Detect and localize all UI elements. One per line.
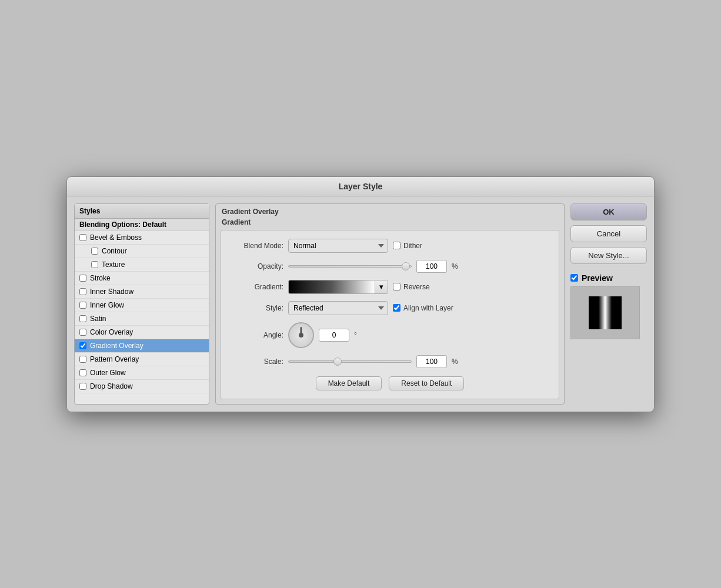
pattern-overlay-checkbox[interactable]: [79, 356, 86, 363]
make-default-button[interactable]: Make Default: [316, 376, 382, 390]
style-controls: Linear Radial Angle Reflected Diamond Al…: [288, 301, 549, 315]
sidebar-item-label: Texture: [102, 260, 125, 269]
dither-label: Dither: [393, 242, 422, 250]
gradient-overlay-panel: Gradient Overlay Gradient Blend Mode: No…: [215, 203, 565, 405]
gradient-controls: ▾ Reverse: [288, 280, 549, 294]
scale-percent: %: [452, 358, 458, 366]
sidebar-item-satin[interactable]: Satin: [75, 312, 209, 326]
main-content: Gradient Overlay Gradient Blend Mode: No…: [215, 203, 565, 405]
dither-text: Dither: [403, 242, 422, 250]
sidebar-item-label: Inner Shadow: [90, 288, 133, 296]
contour-checkbox[interactable]: [91, 248, 98, 255]
style-row: Style: Linear Radial Angle Reflected Dia…: [231, 301, 549, 315]
reverse-checkbox[interactable]: [393, 283, 400, 290]
blend-mode-row: Blend Mode: Normal Dissolve Multiply Scr…: [231, 239, 549, 253]
gradient-overlay-checkbox[interactable]: [79, 342, 86, 349]
align-checkbox[interactable]: [393, 304, 400, 312]
style-select[interactable]: Linear Radial Angle Reflected Diamond: [288, 301, 388, 315]
sidebar-item-inner-shadow[interactable]: Inner Shadow: [75, 285, 209, 299]
gradient-preview: [289, 280, 375, 293]
sidebar-item-bevel-emboss[interactable]: Bevel & Emboss: [75, 231, 209, 245]
sidebar-item-outer-glow[interactable]: Outer Glow: [75, 366, 209, 380]
stroke-checkbox[interactable]: [79, 275, 86, 282]
reverse-text: Reverse: [403, 283, 430, 291]
title-bar: Layer Style: [67, 177, 654, 196]
preview-checkbox[interactable]: [570, 274, 578, 282]
ok-button[interactable]: OK: [570, 203, 647, 220]
sidebar-item-gradient-overlay[interactable]: Gradient Overlay: [75, 339, 209, 353]
preview-text: Preview: [582, 273, 613, 283]
opacity-controls: %: [288, 260, 549, 273]
sidebar: Styles Blending Options: Default Bevel &…: [74, 203, 209, 405]
dither-checkbox[interactable]: [393, 242, 400, 249]
sidebar-item-contour[interactable]: Contour: [75, 245, 209, 258]
angle-dot: [299, 333, 303, 338]
sidebar-item-inner-glow[interactable]: Inner Glow: [75, 299, 209, 312]
blend-mode-controls: Normal Dissolve Multiply Screen Overlay …: [288, 239, 549, 253]
angle-input[interactable]: [319, 329, 349, 342]
gradient-label: Gradient:: [231, 283, 283, 291]
drop-shadow-checkbox[interactable]: [79, 383, 86, 390]
texture-checkbox[interactable]: [91, 261, 98, 268]
opacity-track: [288, 265, 412, 268]
blending-options-section[interactable]: Blending Options: Default: [75, 219, 209, 231]
scale-input[interactable]: [416, 355, 447, 368]
new-style-button[interactable]: New Style...: [570, 247, 647, 264]
sidebar-item-label: Color Overlay: [90, 328, 133, 336]
preview-label: Preview: [570, 273, 647, 283]
style-label: Style:: [231, 304, 283, 312]
inner-glow-checkbox[interactable]: [79, 302, 86, 309]
sidebar-item-stroke[interactable]: Stroke: [75, 272, 209, 285]
angle-wheel[interactable]: [288, 322, 314, 348]
cancel-button[interactable]: Cancel: [570, 225, 647, 242]
opacity-row: Opacity: %: [231, 260, 549, 273]
panel-content: Blend Mode: Normal Dissolve Multiply Scr…: [221, 230, 559, 399]
sidebar-item-label: Inner Glow: [90, 301, 124, 309]
sidebar-item-label: Pattern Overlay: [90, 355, 139, 363]
sidebar-item-label: Contour: [102, 247, 127, 255]
sidebar-item-label: Drop Shadow: [90, 382, 133, 390]
preview-canvas: [570, 286, 640, 339]
color-overlay-checkbox[interactable]: [79, 329, 86, 336]
opacity-thumb[interactable]: [402, 262, 410, 270]
preview-section: Preview: [570, 273, 647, 339]
gradient-dropdown-arrow[interactable]: ▾: [375, 280, 388, 293]
reverse-label: Reverse: [393, 283, 430, 291]
opacity-label: Opacity:: [231, 262, 283, 270]
panel-subtitle: Gradient: [216, 217, 564, 230]
scale-slider[interactable]: [288, 357, 412, 366]
sidebar-item-label: Stroke: [90, 274, 111, 282]
angle-degree: °: [354, 331, 357, 339]
sidebar-item-label: Gradient Overlay: [90, 342, 143, 350]
sidebar-item-texture[interactable]: Texture: [75, 258, 209, 272]
opacity-slider[interactable]: [288, 262, 412, 271]
opacity-input[interactable]: [416, 260, 447, 273]
right-panel: OK Cancel New Style... Preview: [570, 203, 647, 405]
bevel-emboss-checkbox[interactable]: [79, 234, 86, 241]
dialog-body: Styles Blending Options: Default Bevel &…: [67, 196, 654, 412]
opacity-percent: %: [452, 262, 458, 270]
scale-thumb[interactable]: [333, 358, 342, 366]
button-row: Make Default Reset to Default: [231, 376, 549, 390]
gradient-picker[interactable]: ▾: [288, 280, 388, 294]
sidebar-header: Styles: [75, 204, 209, 219]
sidebar-item-color-overlay[interactable]: Color Overlay: [75, 326, 209, 339]
panel-title: Gradient Overlay: [216, 204, 564, 217]
inner-shadow-checkbox[interactable]: [79, 288, 86, 295]
scale-row: Scale: %: [231, 355, 549, 368]
align-text: Align with Layer: [403, 304, 453, 312]
blend-mode-select[interactable]: Normal Dissolve Multiply Screen Overlay: [288, 239, 388, 253]
sidebar-item-label: Outer Glow: [90, 369, 126, 377]
scale-controls: %: [288, 355, 549, 368]
sidebar-item-label: Satin: [90, 315, 106, 323]
blend-mode-label: Blend Mode:: [231, 242, 283, 250]
sidebar-item-pattern-overlay[interactable]: Pattern Overlay: [75, 353, 209, 366]
dialog-title: Layer Style: [339, 182, 383, 191]
layer-style-dialog: Layer Style Styles Blending Options: Def…: [66, 176, 655, 412]
scale-track: [288, 360, 412, 363]
sidebar-item-drop-shadow[interactable]: Drop Shadow: [75, 380, 209, 393]
angle-row: Angle: °: [231, 322, 549, 348]
reset-to-default-button[interactable]: Reset to Default: [389, 376, 464, 390]
outer-glow-checkbox[interactable]: [79, 369, 86, 376]
satin-checkbox[interactable]: [79, 315, 86, 322]
